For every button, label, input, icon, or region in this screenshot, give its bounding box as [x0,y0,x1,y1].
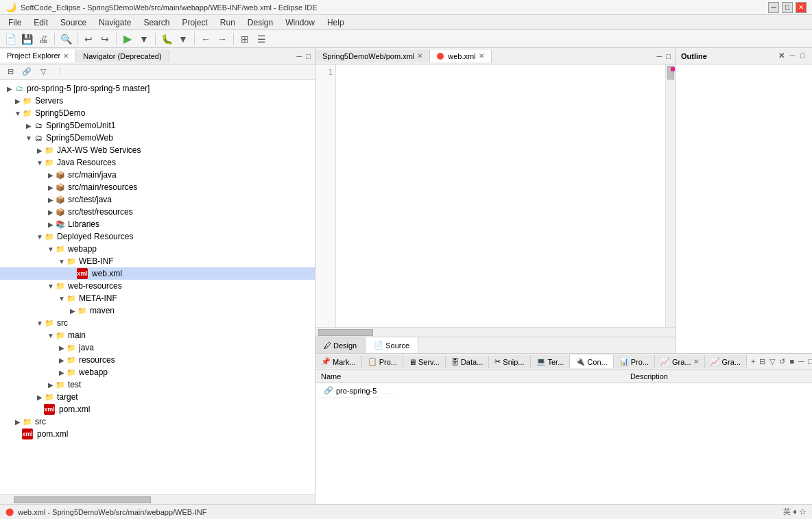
tree-item-resources[interactable]: ▶ 📁 resources [0,354,315,366]
expand-maven[interactable]: ▶ [69,307,77,315]
expand-pro-spring-5[interactable]: ▶ [5,85,14,93]
menu-edit[interactable]: Edit [28,16,53,29]
undo-button[interactable]: ↩ [81,32,96,47]
tree-item-webresources[interactable]: ▼ 📁 web-resources [0,280,315,292]
menu-file[interactable]: File [3,16,27,29]
link-with-editor-btn[interactable]: 🔗 [19,64,34,80]
left-panel-hscrollbar[interactable] [0,494,315,504]
tree-item-java[interactable]: ▶ 📁 java [0,341,315,354]
tree-item-pom-xml[interactable]: xml pom.xml [0,403,315,415]
tree-item-spring5demo[interactable]: ▼ 📁 Spring5Demo [0,107,315,119]
menu-search[interactable]: Search [138,16,175,29]
forward-button[interactable]: → [215,32,230,47]
bottom-tab-gradle1[interactable]: 📈 Gra... ✕ [655,355,705,368]
perspective-list[interactable]: ☰ [254,32,269,47]
bottom-tab-console[interactable]: 🔌 Con... [570,355,613,368]
minimize-outline-btn[interactable]: ─ [789,51,797,60]
expand-webapp[interactable]: ▼ [47,245,55,253]
expand-src-test-resources[interactable]: ▶ [47,208,55,216]
stop-bottom-btn[interactable]: ■ [788,357,796,366]
tree-item-src-root[interactable]: ▶ 📁 src [0,415,315,428]
tree-item-pro-spring-5[interactable]: ▶ 🗂 pro-spring-5 [pro-spring-5 master] [0,82,315,95]
tree-item-src-test-java[interactable]: ▶ 📦 src/test/java [0,193,315,206]
expand-resources[interactable]: ▶ [58,357,66,364]
editor-tab-pom[interactable]: Spring5DemoWeb/pom.xml ✕ [315,50,430,62]
maximize-panel-btn[interactable]: □ [304,52,312,60]
maximize-button[interactable]: □ [782,2,793,13]
tree-item-maven[interactable]: ▶ 📁 maven [0,304,315,317]
maximize-editor-btn[interactable]: □ [665,52,672,60]
search-button[interactable]: 🔍 [58,32,73,47]
menu-source[interactable]: Source [55,16,92,29]
project-tree[interactable]: ▶ 🗂 pro-spring-5 [pro-spring-5 master] ▶… [0,80,315,494]
menu-design[interactable]: Design [242,16,278,29]
expand-java-resources[interactable]: ▼ [36,159,44,167]
expand-webapp2[interactable]: ▶ [58,369,66,376]
expand-spring5demo[interactable]: ▼ [14,110,22,117]
tree-item-java-resources[interactable]: ▼ 📁 Java Resources [0,156,315,169]
close-webxml-tab[interactable]: ✕ [479,52,484,60]
expand-test[interactable]: ▶ [47,381,55,389]
minimize-button[interactable]: ─ [768,2,779,13]
editor-hscrollbar[interactable] [315,327,675,337]
tree-item-libraries[interactable]: ▶ 📚 Libraries [0,218,315,230]
back-button[interactable]: ← [198,32,213,47]
menu-navigate[interactable]: Navigate [93,16,136,29]
bottom-tab-progress[interactable]: 📊 Pro... [614,355,655,368]
debug-dropdown[interactable]: ▼ [176,32,191,47]
tree-item-webxml[interactable]: xml web.xml [0,267,315,280]
expand-target[interactable]: ▶ [36,394,44,401]
expand-src[interactable]: ▼ [36,319,44,327]
editor-vscrollbar[interactable] [665,64,675,327]
close-outline-btn[interactable]: ✕ [777,51,786,60]
maximize-outline-btn[interactable]: □ [799,51,807,60]
expand-src-main-java[interactable]: ▶ [47,171,55,179]
debug-button[interactable]: 🐛 [159,32,174,47]
filter-bottom-btn[interactable]: ▽ [768,357,776,366]
window-controls[interactable]: ─ □ ✕ [768,2,807,13]
tab-navigator[interactable]: Navigator (Deprecated) [76,50,169,62]
maximize-bottom-btn[interactable]: □ [807,357,812,366]
tree-item-spring5demounit1[interactable]: ▶ 🗂 Spring5DemoUnit1 [0,119,315,132]
tree-item-src[interactable]: ▼ 📁 src [0,317,315,329]
print-button[interactable]: 🖨 [36,32,51,47]
add-bottom-btn[interactable]: + [750,357,756,366]
minimize-bottom-btn[interactable]: ─ [797,357,805,366]
collapse-bottom-btn[interactable]: ⊟ [758,357,767,366]
expand-src-test-java[interactable]: ▶ [47,196,55,204]
bottom-tab-gradle2[interactable]: 📈 Gra... [705,355,748,368]
expand-webresources[interactable]: ▼ [47,282,55,290]
menu-window[interactable]: Window [280,16,320,29]
run-dropdown[interactable]: ▼ [136,32,152,47]
tree-item-jaxws[interactable]: ▶ 📁 JAX-WS Web Services [0,144,315,156]
tree-item-spring5demoweb[interactable]: ▼ 🗂 Spring5DemoWeb [0,132,315,144]
bottom-tab-terminal[interactable]: 💻 Ter... [531,355,571,368]
tree-item-metainf[interactable]: ▼ 📁 META-INF [0,292,315,304]
bottom-tab-markers[interactable]: 📌 Mark... [315,355,362,368]
bottom-tab-snippets[interactable]: ✂ Snip... [489,355,530,368]
tree-item-src-test-resources[interactable]: ▶ 📦 src/test/resources [0,206,315,218]
menu-project[interactable]: Project [176,16,213,29]
view-menu-btn[interactable]: ⋮ [52,64,67,80]
expand-src-root[interactable]: ▶ [14,418,22,426]
minimize-editor-btn[interactable]: ─ [656,52,664,60]
close-gradle1[interactable]: ✕ [693,358,699,365]
expand-servers[interactable]: ▶ [14,97,22,105]
editor-tab-webxml[interactable]: web.xml ✕ [430,50,491,62]
bottom-tab-properties[interactable]: 📋 Pro... [362,355,403,368]
tree-item-main[interactable]: ▼ 📁 main [0,329,315,341]
close-project-explorer[interactable]: ✕ [63,52,69,60]
design-tab-btn[interactable]: 🖊 Design [315,337,366,353]
tree-item-src-main-resources[interactable]: ▶ 📦 src/main/resources [0,181,315,193]
source-tab-btn[interactable]: 📄 Source [366,337,418,353]
expand-unit1[interactable]: ▶ [25,122,33,130]
expand-deployed-resources[interactable]: ▼ [36,233,44,241]
bottom-tab-servers[interactable]: 🖥 Serv... [403,356,446,368]
outline-tab[interactable]: Outline ✕ ─ □ [676,48,812,64]
tree-item-servers[interactable]: ▶ 📁 Servers [0,95,315,107]
close-button[interactable]: ✕ [796,2,807,13]
filter-btn[interactable]: ▽ [36,64,51,80]
tree-item-src-main-java[interactable]: ▶ 📦 src/main/java [0,169,315,181]
tree-item-pom-root[interactable]: xml pom.xml [0,428,315,440]
table-row[interactable]: 🔗 pro-spring-5 [315,383,625,398]
